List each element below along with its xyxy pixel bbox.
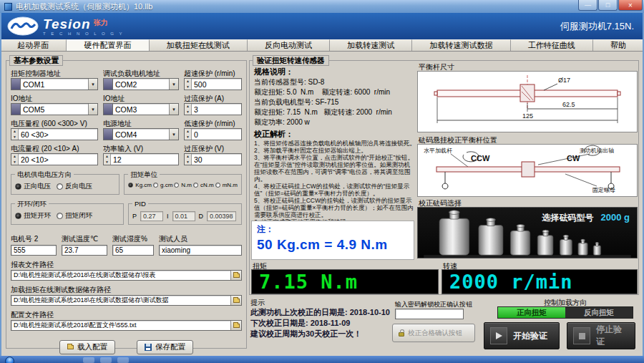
current-range-value[interactable] bbox=[19, 154, 97, 165]
stop-verify-button[interactable]: 停止验证 bbox=[567, 322, 635, 349]
combo-value: COM1 bbox=[21, 79, 88, 89]
browse-folder-button[interactable] bbox=[230, 271, 241, 280]
radio-open-loop[interactable]: 扭矩开环 bbox=[15, 211, 51, 221]
folder-icon bbox=[233, 274, 240, 278]
radio-unit-mnm[interactable]: mN.m bbox=[215, 182, 238, 188]
humidity-input[interactable] bbox=[113, 246, 153, 255]
torque-controller-address-select[interactable]: COM1 ▼ bbox=[11, 78, 98, 90]
overspeed-input[interactable]: ▲▼ bbox=[184, 78, 242, 90]
spinner-icon[interactable]: ▲▼ bbox=[185, 129, 192, 140]
overcurrent-value[interactable] bbox=[192, 104, 241, 115]
visa-io-icon bbox=[11, 79, 21, 89]
save-config-button[interactable]: 保存配置 bbox=[137, 340, 193, 354]
password-field[interactable] bbox=[395, 309, 464, 319]
taskbar-item[interactable] bbox=[100, 357, 112, 363]
pid-i-value[interactable]: 0.01 bbox=[172, 211, 195, 221]
io-address-2-select[interactable]: COM3 ▼ bbox=[103, 103, 179, 115]
reverse-torque-indicator[interactable]: 反向扭矩 bbox=[565, 307, 633, 318]
radio-label: mN.m bbox=[223, 182, 238, 188]
combo-value: COM4 bbox=[113, 129, 169, 140]
lowspeed-value[interactable] bbox=[192, 129, 241, 140]
radio-unit-gcm[interactable]: g.cm bbox=[153, 182, 172, 188]
overvoltage-input[interactable]: ▲▼ bbox=[184, 153, 242, 165]
report-path-section: 报表文件路径 bbox=[11, 261, 242, 281]
radio-unit-nm[interactable]: N.m bbox=[174, 182, 192, 188]
config-path-field[interactable] bbox=[11, 320, 242, 331]
spinner-icon[interactable]: ▲▼ bbox=[185, 79, 192, 89]
radio-unit-cnm[interactable]: cN.m bbox=[193, 182, 214, 188]
spinner-icon[interactable]: ▲▼ bbox=[11, 154, 19, 165]
pid-d-value[interactable]: 0.00398 bbox=[207, 211, 236, 221]
tab-load-torque-online-test[interactable]: 加载扭矩在线测试 bbox=[150, 39, 248, 51]
radio-unit-kgcm[interactable]: Kg.cm bbox=[128, 182, 152, 188]
field-motor-number: 电机号 2 bbox=[11, 235, 57, 256]
tab-startup[interactable]: 起动界面 bbox=[0, 39, 67, 51]
radio-closed-loop[interactable]: 扭矩闭环 bbox=[57, 211, 92, 221]
browse-folder-button[interactable] bbox=[230, 321, 241, 330]
group-label: PID bbox=[132, 200, 148, 208]
chevron-down-icon[interactable]: ▼ bbox=[88, 79, 97, 89]
chevron-down-icon[interactable]: ▼ bbox=[169, 129, 178, 140]
radio-reverse-voltage[interactable]: 反向电压 bbox=[57, 182, 92, 191]
field-label: 调试负载电机地址 bbox=[103, 69, 179, 78]
data-path-input[interactable] bbox=[11, 296, 230, 305]
spinner-icon[interactable]: ▲▼ bbox=[104, 154, 111, 165]
app-window: 电机加载测试系统（伺服测功机）10.llb — □ × Tesion 张力 T … bbox=[0, 0, 644, 363]
report-path-field[interactable] bbox=[11, 270, 242, 281]
balance-bar-drawing-box: Ø17 62.5 125 bbox=[417, 71, 638, 132]
tab-hardware-config[interactable]: 硬件配置界面 bbox=[67, 39, 149, 51]
tab-characteristic-curve[interactable]: 工作特征曲线 bbox=[511, 39, 593, 51]
close-button[interactable]: × bbox=[618, 0, 643, 11]
calibration-confirm-button[interactable]: 校正合格确认按钮 bbox=[392, 324, 475, 342]
spec-line: 额定扭矩: 5.0 N.m 额定转速: 6000 r/min bbox=[254, 87, 414, 97]
lowspeed-input[interactable]: ▲▼ bbox=[184, 128, 242, 140]
chevron-down-icon[interactable]: ▼ bbox=[88, 104, 97, 115]
field-io-address-1: IO地址 COM5 ▼ bbox=[11, 95, 98, 115]
chevron-down-icon[interactable]: ▼ bbox=[169, 79, 178, 89]
power-input-field[interactable]: ▲▼ bbox=[103, 153, 179, 165]
forward-torque-indicator[interactable]: 正向扭矩 bbox=[498, 307, 565, 318]
load-motor-address-select[interactable]: COM2 ▼ bbox=[103, 78, 179, 90]
data-path-field[interactable] bbox=[11, 295, 242, 306]
browse-folder-button[interactable] bbox=[230, 296, 241, 305]
io-address-1-select[interactable]: COM5 ▼ bbox=[11, 103, 98, 115]
hint-line: 此测功机上次校正的日期是: 2018-10-10 bbox=[250, 307, 397, 318]
group-label: 扭矩单位 bbox=[128, 170, 160, 178]
config-path-input[interactable] bbox=[11, 321, 230, 330]
radio-forward-voltage[interactable]: 正向电压 bbox=[15, 182, 51, 191]
start-verify-button[interactable]: 开始验证 bbox=[484, 322, 560, 349]
maximize-button[interactable]: □ bbox=[598, 0, 618, 11]
temperature-input[interactable] bbox=[62, 246, 107, 255]
spinner-icon[interactable]: ▲▼ bbox=[11, 129, 19, 140]
start-orb-icon[interactable] bbox=[5, 357, 14, 363]
overvoltage-value[interactable] bbox=[192, 154, 241, 165]
password-input[interactable] bbox=[396, 309, 463, 319]
tab-reverse-motor-test[interactable]: 反向电动测试 bbox=[248, 39, 330, 51]
spinner-icon[interactable]: ▲▼ bbox=[185, 104, 192, 115]
voltage-range-value[interactable] bbox=[19, 129, 97, 140]
taskbar-item[interactable] bbox=[117, 357, 129, 363]
tester-input[interactable] bbox=[160, 246, 241, 255]
load-config-button[interactable]: 载入配置 bbox=[59, 340, 115, 354]
motor-number-input[interactable] bbox=[11, 246, 56, 255]
voltage-range-input[interactable]: ▲▼ bbox=[11, 128, 98, 140]
pid-p-label: P bbox=[132, 213, 137, 220]
power-address-select[interactable]: COM4 ▼ bbox=[103, 128, 179, 140]
tab-load-speed-test-data[interactable]: 加载转速测试数据 bbox=[412, 39, 510, 51]
overcurrent-input[interactable]: ▲▼ bbox=[184, 103, 242, 115]
chevron-down-icon[interactable]: ▼ bbox=[169, 104, 178, 115]
tab-load-speed-test[interactable]: 加载转速测试 bbox=[330, 39, 412, 51]
minimize-button[interactable]: — bbox=[578, 0, 597, 11]
pid-p-value[interactable]: 0.27 bbox=[140, 211, 163, 221]
spinner-icon[interactable]: ▲▼ bbox=[185, 154, 192, 165]
group-label: 开环/闭环 bbox=[15, 200, 49, 208]
floppy-disk-icon bbox=[145, 344, 152, 351]
current-range-input[interactable]: ▲▼ bbox=[11, 153, 98, 165]
power-input-value[interactable] bbox=[111, 154, 178, 165]
overspeed-value[interactable] bbox=[192, 79, 241, 89]
pid-d-label: D bbox=[199, 213, 204, 220]
report-path-input[interactable] bbox=[11, 271, 230, 280]
tab-help[interactable]: 帮助 bbox=[593, 39, 644, 51]
taskbar-item[interactable] bbox=[83, 357, 94, 363]
field-label: 过压保护 (V) bbox=[184, 145, 242, 153]
